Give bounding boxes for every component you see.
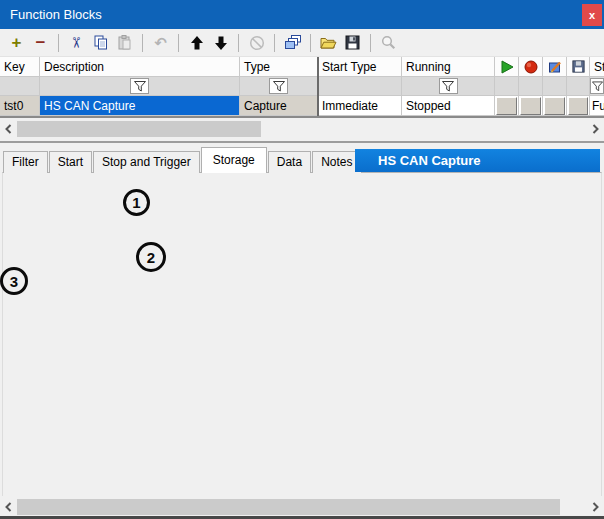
undo-button: ↶ [151, 33, 170, 53]
filter-cell [567, 77, 590, 96]
tab-filter[interactable]: Filter [3, 151, 48, 173]
selected-block-banner: HS CAN Capture [355, 149, 600, 172]
edit-script-icon [548, 60, 562, 74]
filter-cell-st [590, 77, 604, 96]
header-edit-column[interactable] [543, 57, 567, 77]
window-title: Function Blocks [10, 0, 102, 29]
undo-icon: ↶ [154, 35, 167, 50]
header-description[interactable]: Description [40, 57, 240, 77]
move-up-button[interactable] [187, 33, 206, 53]
add-icon: + [12, 34, 22, 51]
arrow-up-icon [190, 36, 204, 50]
remove-icon: − [36, 34, 46, 51]
grid-data-row[interactable]: tst0 HS CAN Capture Capture Immediate St… [0, 96, 604, 116]
chevron-left-icon [5, 502, 12, 512]
cell-button[interactable] [544, 97, 565, 115]
filter-button[interactable] [269, 78, 288, 94]
save-button[interactable] [343, 33, 362, 53]
row-key[interactable]: tst0 [0, 96, 40, 116]
filter-cell-start-type [318, 77, 402, 96]
annotation-3: 3 [0, 267, 28, 295]
row-running[interactable]: Stopped [402, 96, 495, 116]
grid-h-scrollbar [0, 120, 604, 138]
arrow-down-icon [214, 36, 228, 50]
annotation-2: 2 [136, 242, 166, 272]
title-bar: Function Blocks x [0, 0, 604, 29]
chevron-left-icon [5, 124, 12, 134]
row-st[interactable]: Fu [590, 96, 604, 116]
header-stop-column[interactable] [519, 57, 543, 77]
add-button[interactable]: + [7, 33, 26, 53]
header-start-type[interactable]: Start Type [318, 57, 402, 77]
save-file-icon [572, 60, 585, 73]
tab-stop-and-trigger[interactable]: Stop and Trigger [93, 151, 200, 173]
scroll-right-button[interactable] [587, 498, 604, 516]
no-timestamp-icon [249, 35, 265, 51]
paste-button [115, 33, 134, 53]
filter-button[interactable] [590, 78, 604, 94]
header-running[interactable]: Running [402, 57, 495, 77]
row-description-selected[interactable]: HS CAN Capture [40, 96, 240, 116]
cell-button[interactable] [568, 97, 588, 115]
tab-storage[interactable]: Storage [201, 147, 267, 173]
toolbar-separator [58, 34, 59, 52]
splitter[interactable] [0, 141, 604, 143]
filter-cell [543, 77, 567, 96]
scroll-left-button[interactable] [0, 498, 17, 516]
chevron-right-icon [592, 124, 599, 134]
filter-cell [495, 77, 519, 96]
toolbar: + − ✂ ↶ [0, 29, 604, 57]
header-key[interactable]: Key [0, 57, 40, 77]
header-type[interactable]: Type [240, 57, 318, 77]
grid-header-row: Key Description Type Start Type Running [0, 57, 604, 77]
cell-button[interactable] [496, 97, 517, 115]
bottom-h-scrollbar [0, 498, 604, 516]
close-icon: x [589, 9, 595, 21]
open-folder-icon [320, 36, 337, 50]
find-button [379, 33, 398, 53]
cascade-windows-button[interactable] [283, 33, 302, 53]
filter-button[interactable] [130, 78, 149, 94]
annotation-1: 1 [123, 189, 150, 216]
funnel-icon [442, 81, 454, 92]
header-st[interactable]: St [590, 57, 604, 77]
close-button[interactable]: x [582, 4, 602, 26]
toolbar-separator [370, 34, 371, 52]
row-start-type[interactable]: Immediate [318, 96, 402, 116]
cut-icon: ✂ [67, 36, 85, 49]
toolbar-separator [142, 34, 143, 52]
row-save-cell[interactable] [567, 96, 590, 116]
toolbar-separator [274, 34, 275, 52]
remove-button[interactable]: − [31, 33, 50, 53]
copy-icon [93, 35, 109, 50]
header-play-column[interactable] [495, 57, 519, 77]
save-floppy-icon [345, 35, 360, 50]
filter-button[interactable] [439, 78, 458, 94]
toolbar-separator [178, 34, 179, 52]
tab-start[interactable]: Start [49, 151, 92, 173]
frozen-column-divider [317, 57, 319, 116]
cell-button[interactable] [520, 97, 541, 115]
chevron-right-icon [592, 502, 599, 512]
scroll-left-button[interactable] [0, 120, 17, 138]
tab-data[interactable]: Data [268, 151, 311, 173]
copy-button[interactable] [91, 33, 110, 53]
row-play-cell[interactable] [495, 96, 519, 116]
move-down-button[interactable] [211, 33, 230, 53]
funnel-icon [592, 81, 603, 92]
filter-cell-key [0, 77, 40, 96]
grid-filter-row [0, 77, 604, 96]
filter-cell-running [402, 77, 495, 96]
header-save-column[interactable] [567, 57, 590, 77]
scrollbar-thumb[interactable] [17, 499, 560, 515]
row-edit-cell[interactable] [543, 96, 567, 116]
scrollbar-thumb[interactable] [17, 121, 261, 137]
paste-icon [117, 35, 132, 51]
cut-button[interactable]: ✂ [67, 33, 86, 53]
funnel-icon [134, 81, 146, 92]
scroll-right-button[interactable] [587, 120, 604, 138]
row-type[interactable]: Capture [240, 96, 318, 116]
function-blocks-window: Function Blocks x + − ✂ ↶ [0, 0, 604, 519]
row-stop-cell[interactable] [519, 96, 543, 116]
open-button[interactable] [319, 33, 338, 53]
